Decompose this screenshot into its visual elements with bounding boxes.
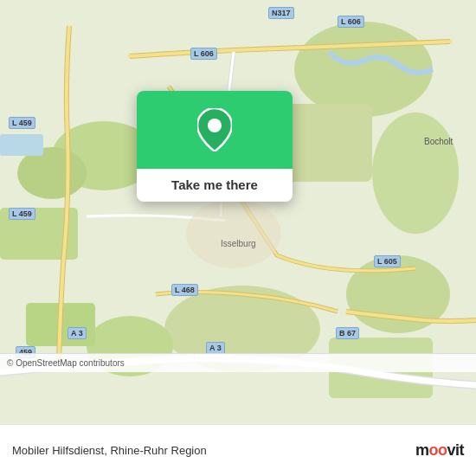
app-container: Isselburg N317 L 606 L 606 L 459 L 459 4… [0,0,476,476]
moovit-logo: moovit [415,441,464,460]
info-bar: Mobiler Hilfsdienst, Rhine-Ruhr Region m… [0,424,476,476]
location-pin-icon [197,108,232,151]
road-label-a3-right: A 3 [206,342,225,354]
road-label-l459-mid: L 459 [9,117,35,129]
attribution-text: © OpenStreetMap contributors [7,358,125,368]
take-me-there-button[interactable]: Take me there [149,177,280,192]
map-attribution: © OpenStreetMap contributors [0,353,476,372]
popup-button-area: Take me there [137,169,293,202]
bocholt-label: Bocholt [424,137,453,146]
svg-point-2 [372,113,459,234]
svg-text:Isselburg: Isselburg [221,239,256,248]
location-popup: Take me there [137,91,293,202]
svg-point-15 [208,119,222,132]
road-label-b67: B 67 [336,327,359,339]
road-label-l459-low: L 459 [9,208,35,220]
moovit-dot: oo [428,441,447,459]
road-label-n317: N317 [268,7,294,19]
location-title: Mobiler Hilfsdienst, Rhine-Ruhr Region [12,444,207,457]
map-background: Isselburg N317 L 606 L 606 L 459 L 459 4… [0,0,476,424]
road-label-l606-right: L 606 [338,16,364,28]
svg-point-13 [186,199,281,268]
map-area[interactable]: Isselburg N317 L 606 L 606 L 459 L 459 4… [0,0,476,424]
road-label-a3-left: A 3 [68,327,87,339]
road-label-l605-right: L 605 [374,255,401,267]
road-label-l468: L 468 [171,284,198,296]
svg-rect-12 [0,134,43,156]
road-label-l606-center: L 606 [190,48,217,60]
popup-header [137,91,293,169]
